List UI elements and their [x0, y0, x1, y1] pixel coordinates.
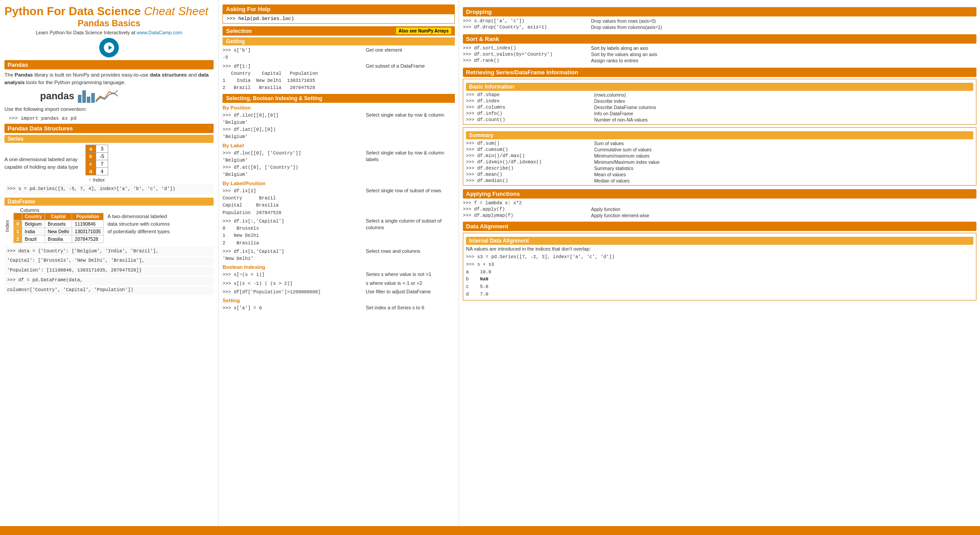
df-layout-row: Index Country Capital Population — [4, 213, 214, 243]
asking-help-header: Asking For Help — [223, 4, 455, 14]
middle-column: Asking For Help >>> help(pd.Series.loc) … — [218, 0, 458, 535]
series-row-b: b -5 — [85, 152, 108, 160]
sort-rank-section: Sort & Rank >>> df.sort_index() Sort by … — [463, 34, 976, 63]
sort-desc-3: Assign ranks to entries — [591, 58, 638, 63]
by-labelpos-item-2: >>> df.ix[:,'Capital'] 0 Brussels 1 New … — [223, 218, 455, 247]
by-labelpos-item-1: >>> df.ix[2] Country Brazil Capital Bras… — [223, 187, 455, 216]
apply-desc-2: Apply function — [591, 207, 620, 212]
bool-desc-3: Use filter to adjust DataFrame — [366, 288, 455, 295]
by-label-label: By Label — [223, 143, 455, 148]
line-chart-icon — [96, 89, 118, 103]
applying-header: Applying Functions — [463, 189, 976, 199]
align-code-1: >>> s3 = pd.Series([7, -2, 3], index=['a… — [466, 253, 973, 298]
sort-code-2: >>> df.sort_values(by='Country') — [463, 52, 587, 57]
data-alignment-section: Data Alignment Internal Data Alignment N… — [463, 222, 976, 300]
basic-desc-2: Describe index — [594, 98, 625, 104]
df-idx-2: 2 — [14, 235, 22, 243]
bool-code-1: >>> s[~(s > 1)] — [223, 271, 362, 278]
data-structures-header: Pandas Data Structures — [4, 124, 214, 133]
title-italic: Cheat Sheet — [144, 4, 209, 18]
datacamp-link[interactable]: www.DataCamp.com — [137, 30, 182, 35]
dropping-header: Dropping — [463, 7, 976, 16]
by-lp-desc-2: Select a single column of subset of colu… — [366, 218, 455, 231]
basic-desc-1: (rows,columns) — [594, 92, 626, 97]
bar1 — [78, 95, 81, 103]
df-2-country: Brazil — [22, 235, 45, 243]
align-result-d: d 7.0 — [466, 291, 973, 298]
by-label-desc: Select single value by row & column labe… — [366, 150, 455, 163]
df-1-pop: 1303171035 — [72, 227, 104, 235]
by-lp-code-1: >>> df.ix[2] Country Brazil Capital Bras… — [223, 187, 362, 216]
summary-box: Summary >>> df.sum() Sum of values >>> d… — [463, 127, 976, 186]
by-position-item: >>> df.iloc[[0],[0]] 'Belgium' >>> df.ia… — [223, 112, 455, 141]
drop-code-1: >>> s.drop(['a', 'c']) — [463, 18, 587, 24]
df-code-4: >>> df = pd.DataFrame(data, — [4, 277, 214, 285]
bool-desc-2: s where value is <-1 or >2 — [366, 280, 455, 287]
series-val-5: -5 — [96, 152, 108, 160]
align-result-a: a 10.0 — [466, 268, 973, 276]
dataframe-section: Columns Index Country Capital — [4, 207, 214, 295]
also-see-badge: Also see NumPy Arrays — [396, 28, 451, 34]
summary-table: >>> df.sum() Sum of values >>> df.cumsum… — [466, 141, 973, 183]
asking-help-code: >>> help(pd.Series.loc) — [223, 14, 455, 24]
title-bold: Python For Data Science — [4, 4, 141, 18]
selection-section: Selection Also see NumPy Arrays Getting … — [223, 26, 455, 92]
basic-row-4: >>> df.info() Info on DataFrame — [466, 111, 973, 116]
sort-row-3: >>> df.rank() Assign ranks to entries — [463, 58, 976, 63]
bar4 — [91, 93, 95, 103]
sum-desc-3: Minimum/maximum values — [594, 153, 649, 158]
basic-row-1: >>> df.shape (rows,columns) — [466, 92, 973, 97]
setting-desc-1: Set index a of Series s to 6 — [366, 304, 455, 311]
page-wrapper: Python For Data Science Cheat Sheet Pand… — [0, 0, 980, 535]
retrieving-section: Retrieving Series/DataFrame Information … — [463, 68, 976, 186]
internal-align-sub-header: Internal Data Alignment — [466, 237, 973, 245]
sum-code-6: >>> df.mean() — [466, 172, 591, 177]
basic-info-table: >>> df.shape (rows,columns) >>> df.index… — [466, 92, 973, 122]
series-val-7: 7 — [96, 160, 108, 167]
series-row-a: a 3 — [85, 145, 108, 152]
summary-row-5: >>> df.describe() Summary statistics — [466, 166, 973, 171]
df-1-capital: New Delhi — [45, 227, 72, 235]
internal-align-box: Internal Data Alignment NA values are in… — [463, 233, 976, 300]
df-desc: A two-dimensional labeled data structure… — [107, 213, 170, 236]
bar3 — [87, 97, 90, 103]
sum-desc-6: Mean of values — [594, 172, 626, 177]
series-desc1: A one-dimensional labeled array — [4, 156, 78, 163]
sum-code-5: >>> df.describe() — [466, 166, 591, 171]
sum-desc-7: Median of values — [594, 178, 629, 183]
df-row-1: 1 India New Delhi 1303171035 — [14, 227, 104, 235]
df-0-capital: Brussels — [45, 220, 72, 227]
df-idx-1: 1 — [14, 227, 22, 235]
basic-row-2: >>> df.index Describe index — [466, 98, 973, 104]
right-column: Dropping >>> s.drop(['a', 'c']) Drop val… — [458, 0, 980, 535]
df-index-side: Index — [4, 220, 10, 232]
main-title: Python For Data Science Cheat Sheet — [4, 4, 214, 18]
df-header-capital: Capital — [45, 213, 72, 220]
df-index-label: Index — [4, 220, 10, 232]
by-lp-desc-3: Select rows and columns — [366, 248, 455, 255]
sort-code-3: >>> df.rank() — [463, 58, 587, 63]
bar2 — [82, 90, 86, 103]
data-alignment-header: Data Alignment — [463, 222, 976, 231]
apply-row-1: >>> f = lambda x: x*2 — [463, 200, 976, 206]
by-position-label: By Position — [223, 105, 455, 110]
getting-item-1: >>> s['b'] -5 Get one element — [223, 47, 455, 61]
df-code-3: 'Population': [11190846, 1303171035, 207… — [4, 267, 214, 276]
getting-desc-2: Get subset of a DataFrame — [366, 63, 455, 69]
pandas-logo-text: pandas — [40, 90, 74, 102]
sum-desc-2: Cummulative sum of values — [594, 147, 652, 152]
arrow-label: ↑ — [89, 177, 91, 182]
series-header: Series — [4, 135, 214, 143]
import-code: >>> import pandas as pd — [9, 116, 214, 121]
align-line-1: >>> s3 = pd.Series([7, -2, 3], index=['a… — [466, 253, 973, 261]
drop-desc-1: Drop values from rows (axis=0) — [591, 18, 656, 24]
df-0-pop: 11190846 — [72, 220, 104, 227]
drop-row-1: >>> s.drop(['a', 'c']) Drop values from … — [463, 18, 976, 24]
by-lp-code-2: >>> df.ix[:,'Capital'] 0 Brussels 1 New … — [223, 218, 362, 247]
apply-code-3: >>> df.applymap(f) — [463, 213, 587, 218]
apply-table: >>> f = lambda x: x*2 >>> df.apply(f) Ap… — [463, 200, 976, 218]
bottom-bar — [0, 526, 980, 535]
retrieving-header: Retrieving Series/DataFrame Information — [463, 68, 976, 77]
by-pos-code: >>> df.iloc[[0],[0]] 'Belgium' >>> df.ia… — [223, 112, 362, 141]
basic-code-5: >>> df.count() — [466, 117, 591, 122]
